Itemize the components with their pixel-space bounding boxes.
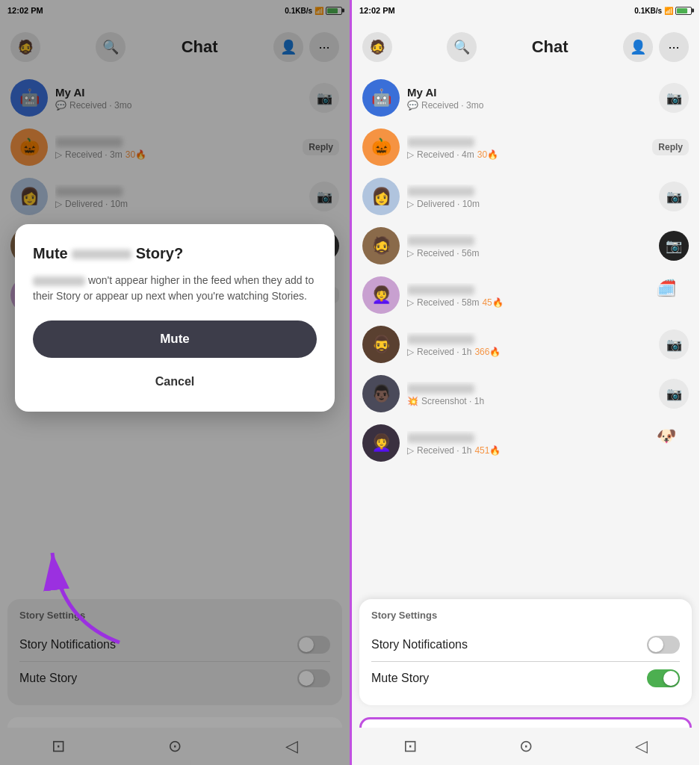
avatar-3-right: 🧔 (362, 227, 400, 264)
mute-confirm-button[interactable]: Mute (33, 320, 317, 358)
story-settings-title-right: Story Settings (371, 610, 680, 621)
chat-item-4-right[interactable]: 👩‍🦱 ▷ Received · 58m 45🔥 🗓️ (352, 270, 699, 320)
avatar-6-right: 👨🏿 (362, 375, 400, 412)
chat-item-5-right[interactable]: 🧔‍♂️ ▷ Received · 1h 366🔥 📷 (352, 320, 699, 369)
reply-btn-1-right[interactable]: Reply (652, 139, 689, 155)
avatar-ai-right: 🤖 (362, 79, 400, 117)
chat-item-3-right[interactable]: 🧔 ▷ Received · 56m 📷 (352, 221, 699, 270)
nav-circle-right[interactable]: ⊙ (519, 737, 533, 756)
header-title-right: Chat (532, 37, 569, 57)
story-notifications-toggle-right[interactable] (647, 636, 680, 654)
chat-info-1-right: ▷ Received · 4m 30🔥 (407, 135, 645, 160)
add-friend-button-right[interactable]: 👤 (623, 32, 653, 62)
camera-btn-5-right[interactable]: 📷 (659, 329, 689, 359)
chat-item-myai-right[interactable]: 🤖 My AI 💬 Received · 3mo 📷 (352, 73, 699, 123)
modal-desc: won't appear higher in the feed when the… (33, 273, 317, 304)
chat-item-6-right[interactable]: 👨🏿 💥 Screenshot · 1h 📷 (352, 369, 699, 418)
chat-info-4-right: ▷ Received · 58m 45🔥 (407, 283, 648, 308)
mute-story-label-right: Mute Story (371, 672, 429, 685)
mute-modal: Mute Story? won't appear higher in the f… (15, 224, 335, 412)
camera-dark-3-right[interactable]: 📷 (659, 231, 689, 261)
left-panel: 12:02 PM 0.1KB/s 📶 🧔 🔍 Chat 👤 ··· 🤖 My A… (0, 0, 350, 765)
modal-title: Mute Story? (33, 245, 317, 262)
chat-info-3-right: ▷ Received · 56m (407, 234, 651, 258)
chat-info-myai-right: My AI 💬 Received · 3mo (407, 86, 651, 111)
reply-btn-4-right[interactable]: 🗓️ (656, 279, 689, 312)
chat-info-7-right: ▷ Received · 1h 451🔥 (407, 431, 648, 456)
chat-item-1-right[interactable]: 🎃 ▷ Received · 4m 30🔥 Reply (352, 123, 699, 172)
avatar-1-right: 🎃 (362, 128, 400, 166)
avatar-7-right: 👩‍🦱 (362, 424, 400, 462)
story-notifications-row-right[interactable]: Story Notifications (371, 628, 680, 662)
camera-btn-2-right[interactable]: 📷 (659, 182, 689, 211)
signal-icon-right: 📶 (664, 7, 673, 15)
app-header-right: 🧔 🔍 Chat 👤 ··· (352, 21, 699, 73)
camera-btn-6-right[interactable]: 📷 (659, 379, 689, 409)
status-time-right: 12:02 PM (359, 6, 395, 15)
mute-story-row-right[interactable]: Mute Story (371, 662, 680, 695)
more-button-right[interactable]: ··· (659, 32, 689, 62)
nav-bar-right: ⊡ ⊙ ◁ (352, 728, 699, 765)
chat-list-right: 🤖 My AI 💬 Received · 3mo 📷 🎃 ▷ Received … (352, 73, 699, 468)
nav-back-right[interactable]: ◁ (635, 737, 648, 756)
story-notifications-label-right: Story Notifications (371, 638, 468, 651)
battery-right (675, 7, 692, 15)
search-button-right[interactable]: 🔍 (447, 32, 477, 62)
chat-info-6-right: 💥 Screenshot · 1h (407, 382, 651, 406)
chat-info-2-right: ▷ Delivered · 10m (407, 185, 651, 209)
chat-item-7-right[interactable]: 👩‍🦱 ▷ Received · 1h 451🔥 🐶 (352, 418, 699, 468)
avatar-4-right: 👩‍🦱 (362, 276, 400, 314)
mute-story-toggle-right[interactable] (647, 669, 680, 687)
status-bar-right: 12:02 PM 0.1KB/s 📶 (352, 0, 699, 21)
story-settings-right: Story Settings Story Notifications Mute … (359, 599, 692, 705)
avatar-5-right: 🧔‍♂️ (362, 326, 400, 363)
avatar-self-right[interactable]: 🧔 (362, 32, 392, 62)
avatar-2-right: 👩 (362, 178, 400, 215)
nav-home-right[interactable]: ⊡ (403, 737, 417, 756)
right-panel: 12:02 PM 0.1KB/s 📶 🧔 🔍 Chat 👤 ··· 🤖 My A… (350, 0, 699, 765)
cancel-button[interactable]: Cancel (33, 368, 317, 395)
data-speed-right: 0.1KB/s (634, 7, 662, 15)
camera-btn-myai-right[interactable]: 📷 (659, 83, 689, 113)
chat-item-2-right[interactable]: 👩 ▷ Delivered · 10m 📷 (352, 172, 699, 221)
chat-info-5-right: ▷ Received · 1h 366🔥 (407, 332, 651, 357)
reply-btn-7-right[interactable]: 🐶 (656, 427, 689, 459)
